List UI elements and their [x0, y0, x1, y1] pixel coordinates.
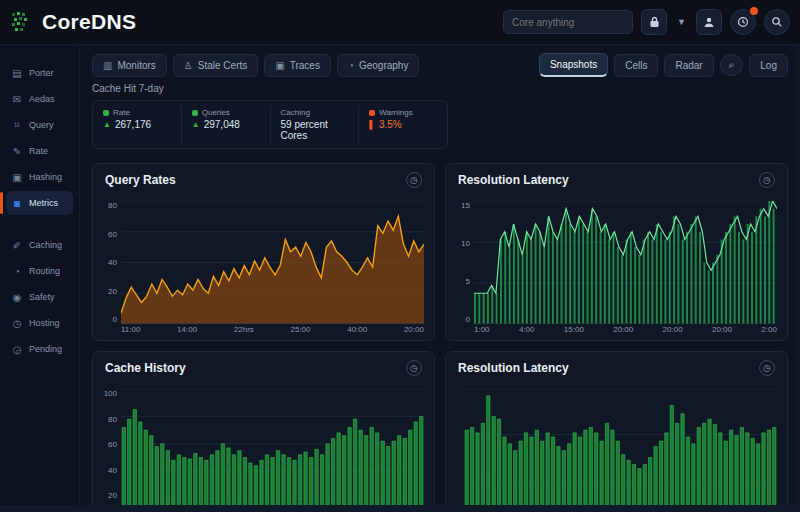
chart-plot: [464, 389, 777, 512]
app-title: CoreDNS: [42, 10, 136, 34]
sidebar-item-metrics[interactable]: ◙Metrics: [6, 191, 73, 215]
coredns-logo-icon: [10, 10, 34, 34]
notifications-button[interactable]: [730, 9, 756, 35]
traces-icon: ▣: [275, 60, 284, 71]
y-axis: 100806040200: [99, 389, 121, 512]
tab-group: ▥Monitors♙Stale Certs▣Traces◔Geography: [92, 54, 419, 77]
sidebar-item-label: Pending: [29, 344, 62, 354]
x-tick-label: 20:00: [404, 326, 424, 338]
sidebar-item-safety[interactable]: ◉Safety: [6, 285, 73, 309]
panel-cache-history: Cache History ◷ 100806040200 1h00Wed3:00…: [92, 351, 435, 512]
sidebar-item-label: Hashing: [29, 172, 62, 182]
y-tick-label: 0: [113, 315, 117, 324]
brand: CoreDNS: [10, 10, 136, 34]
refresh-icon[interactable]: ◷: [406, 360, 422, 376]
tab-stale-certs[interactable]: ♙Stale Certs: [173, 54, 258, 77]
topbar-actions: ▼: [503, 9, 790, 35]
overview-subtitle: Cache Hit 7-day: [80, 79, 800, 96]
clock-icon: ◷: [11, 318, 23, 329]
action-snapshots-button[interactable]: Snapshots: [539, 53, 608, 77]
refresh-icon[interactable]: ◷: [406, 172, 422, 188]
monitor-icon: ▥: [103, 60, 112, 71]
y-tick-label: 60: [108, 230, 117, 239]
lock-icon: [649, 16, 660, 28]
sidebar-item-hosting[interactable]: ◷Hosting: [6, 311, 73, 335]
y-tick-label: 10: [461, 239, 470, 248]
x-tick-label: 20:00: [613, 326, 633, 338]
sidebar-item-label: Caching: [29, 240, 62, 250]
stats-strip: Rate▲267,176Queries▲297,048Caching59 per…: [92, 100, 448, 149]
link-icon: ✐: [11, 240, 23, 251]
user-button[interactable]: [696, 9, 722, 35]
sidebar-item-porter[interactable]: ▤Porter: [6, 61, 73, 85]
shield-icon: ◉: [11, 292, 23, 303]
stat-warnings: Warnings▌3.5%: [358, 106, 447, 143]
query-icon: ⌗: [11, 119, 23, 131]
sidebar-item-label: Hosting: [29, 318, 60, 328]
stat-trend-icon: ▲: [192, 120, 200, 129]
action-search-button[interactable]: ⌕: [720, 54, 744, 76]
stat-queries: Queries▲297,048: [181, 106, 270, 143]
route-icon: ◔: [11, 266, 23, 277]
lock-button[interactable]: [641, 9, 667, 35]
tab-traces[interactable]: ▣Traces: [264, 54, 331, 77]
panel-header: Cache History ◷: [93, 352, 434, 385]
stat-bullet-icon: [369, 110, 375, 116]
panel-title: Resolution Latency: [458, 173, 569, 187]
panel-title: Query Rates: [105, 173, 176, 187]
refresh-icon[interactable]: ◷: [759, 360, 775, 376]
action-radar-button[interactable]: Radar: [664, 54, 713, 77]
stat-label: Warnings: [379, 108, 413, 117]
pen-icon: ✎: [11, 146, 23, 157]
panel-title: Cache History: [105, 361, 186, 375]
x-tick-label: 20:00: [663, 326, 683, 338]
sidebar-item-rate[interactable]: ✎Rate: [6, 139, 73, 163]
x-tick-label: 40:00: [347, 326, 367, 338]
y-tick-label: 0: [466, 315, 470, 324]
action-log-button[interactable]: Log: [749, 54, 788, 77]
chat-icon: ◙: [11, 198, 23, 209]
action-cells-button[interactable]: Cells: [614, 54, 658, 77]
sidebar-item-hashing[interactable]: ▣Hashing: [6, 165, 73, 189]
x-tick-label: 11:00: [121, 326, 140, 338]
footer-bar: [0, 505, 800, 512]
panel-body: 100806040200 1h00Wed3:0011:004:0021:0021…: [93, 385, 434, 512]
stat-trend-icon: ▌: [369, 120, 375, 129]
search-button[interactable]: [764, 9, 790, 35]
geography-icon: ◔: [348, 60, 354, 71]
y-tick-label: 20: [108, 287, 117, 296]
panel-header: Resolution Latency ◷: [446, 352, 787, 385]
panel-header: Query Rates ◷: [93, 164, 434, 197]
tab-geography[interactable]: ◔Geography: [337, 54, 420, 77]
tab-label: Traces: [290, 60, 320, 71]
y-tick-label: 80: [108, 201, 117, 210]
y-axis: 806040200: [99, 201, 121, 338]
x-tick-label: 4:00: [519, 326, 535, 338]
cert-icon: ♙: [184, 60, 193, 71]
x-tick-label: 1:00: [474, 326, 490, 338]
sidebar-item-query[interactable]: ⌗Query: [6, 113, 73, 137]
y-axis: [452, 389, 464, 512]
x-axis: 11:0014:0022hrs25:0040:0020:00: [121, 324, 424, 338]
refresh-icon[interactable]: ◷: [759, 172, 775, 188]
sidebar-item-aedas[interactable]: ✉Aedas: [6, 87, 73, 111]
stat-value: 267,176: [115, 119, 151, 130]
x-tick-label: 15:00: [564, 326, 584, 338]
tab-monitors[interactable]: ▥Monitors: [92, 54, 167, 77]
chevron-down-icon[interactable]: ▼: [675, 17, 688, 27]
sidebar-item-label: Rate: [29, 146, 48, 156]
stat-value: 297,048: [204, 119, 240, 130]
global-search-input[interactable]: [503, 10, 633, 34]
tab-label: Geography: [359, 60, 408, 71]
sidebar-item-pending[interactable]: ◶Pending: [6, 337, 73, 361]
sidebar-item-routing[interactable]: ◔Routing: [6, 259, 73, 283]
sidebar-item-caching[interactable]: ✐Caching: [6, 233, 73, 257]
panel-resolution-latency-bottom: Resolution Latency ◷ 014:002:202:0019:00…: [445, 351, 788, 512]
main-content: ▥Monitors♙Stale Certs▣Traces◔Geography S…: [80, 45, 800, 505]
scrollbar[interactable]: [796, 45, 800, 505]
stat-label: Caching: [281, 108, 310, 117]
x-tick-label: 22hrs: [234, 326, 254, 338]
mail-icon: ✉: [11, 94, 23, 105]
chart-plot: [121, 201, 424, 324]
sidebar: ▤Porter✉Aedas⌗Query✎Rate▣Hashing◙Metrics…: [0, 45, 80, 505]
